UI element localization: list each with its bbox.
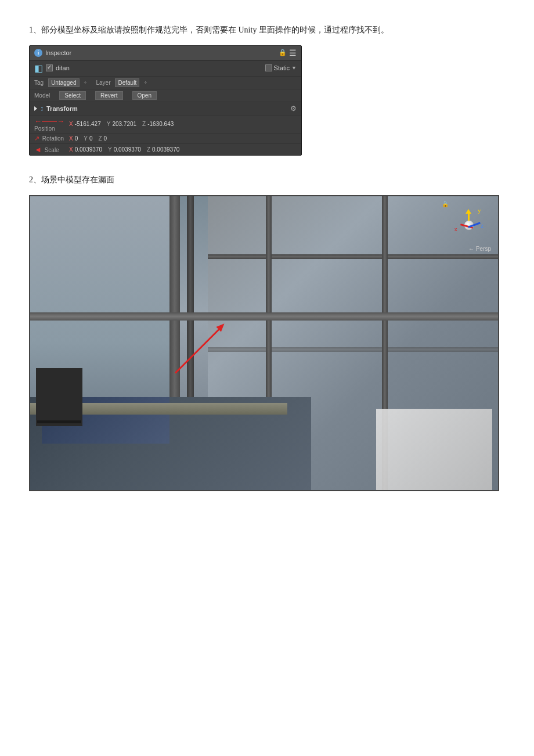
scale-annotation-arrow: ◄: [34, 145, 42, 154]
persp-label: ← Persp: [468, 246, 491, 252]
open-button[interactable]: Open: [132, 91, 157, 100]
white-object: [376, 409, 492, 490]
position-x-value: -5161.427: [75, 121, 101, 127]
inspector-header: i Inspector 🔒 ☰: [30, 46, 301, 60]
object-row: ◧ ditan Static ▼: [30, 60, 301, 77]
info-icon: i: [34, 49, 42, 57]
static-checkbox[interactable]: [265, 64, 272, 71]
inspector-title: Inspector: [45, 49, 71, 56]
lock-icon: 🔒: [279, 49, 287, 56]
layer-label: Layer: [96, 80, 110, 86]
transform-settings-icon[interactable]: ⚙: [290, 105, 297, 113]
scale-z-value: 0.0039370: [152, 146, 179, 153]
position-z: Z -1630.643: [142, 121, 174, 127]
select-button[interactable]: Select: [59, 91, 86, 100]
axis-x-label: x: [454, 226, 457, 232]
z-axis-label: Z: [142, 121, 146, 127]
scale-row: ◄ Scale X 0.0039370 Y 0.0039370 Z 0.0039…: [30, 144, 301, 155]
scene-lock-icon: 🔒: [442, 201, 449, 207]
position-z-value: -1630.643: [147, 121, 174, 127]
object-name: ditan: [56, 64, 70, 71]
rotation-x-value: 0: [75, 135, 78, 142]
x-axis-label: X: [69, 121, 73, 127]
tag-label: Tag: [34, 80, 44, 86]
transform-label: Transform: [46, 105, 78, 112]
sz-label: Z: [147, 146, 150, 153]
object-3d-icon: ◧: [34, 63, 43, 74]
ry-label: Y: [84, 135, 88, 142]
rotation-annotation-arrow: ↗: [34, 135, 39, 142]
model-row: Model Select Revert Open: [30, 89, 301, 102]
axis-z-label: z: [481, 223, 484, 229]
sy-label: Y: [108, 146, 112, 153]
rotation-y: Y 0: [84, 135, 92, 142]
scale-z: Z 0.0039370: [147, 146, 179, 153]
active-checkbox[interactable]: [46, 64, 53, 71]
inspector-header-right: 🔒 ☰: [279, 48, 297, 57]
rotation-z-value: 0: [104, 135, 107, 142]
section-2: 2、场景中模型存在漏面: [29, 173, 505, 491]
rotation-z: Z 0: [98, 135, 107, 142]
transform-left: ↕ Transform: [34, 105, 78, 113]
position-x: X -5161.427: [69, 121, 101, 127]
revert-button[interactable]: Revert: [95, 91, 122, 100]
rotation-label: ↗ Rotation: [34, 135, 69, 142]
h-frame-2: [208, 347, 498, 352]
inspector-header-left: i Inspector: [34, 49, 71, 57]
rotation-y-value: 0: [89, 135, 93, 142]
menu-icon[interactable]: ☰: [289, 48, 297, 57]
transform-icon: ↕: [40, 105, 44, 113]
axis-y-arrow: [466, 209, 471, 214]
axis-gizmo: y x z: [452, 208, 486, 243]
scale-label: ◄ Scale: [34, 145, 69, 154]
position-annotation-arrow: ←——→: [34, 117, 64, 125]
object-left: ◧ ditan: [34, 63, 70, 74]
section-1: 1、部分模型坐标及缩放请按照制作规范完毕，否则需要在 Unity 里面操作的时候…: [29, 23, 505, 156]
y-axis-label: Y: [107, 121, 111, 127]
scale-x-value: 0.0039370: [75, 146, 102, 153]
position-values: X -5161.427 Y 203.7201 Z -1630.643: [69, 121, 297, 127]
scale-x: X 0.0039370: [69, 146, 102, 153]
model-label: Model: [34, 92, 50, 99]
position-y-value: 203.7201: [112, 121, 136, 127]
fold-icon[interactable]: [34, 106, 37, 111]
inspector-panel: i Inspector 🔒 ☰ ◧ ditan Static ▼: [29, 45, 302, 156]
scale-values: X 0.0039370 Y 0.0039370 Z 0.0039370: [69, 146, 297, 153]
position-label: ←——→ Position: [34, 117, 69, 132]
transform-header: ↕ Transform ⚙: [30, 102, 301, 116]
scale-y: Y 0.0039370: [108, 146, 141, 153]
furniture-shelf: [37, 420, 81, 423]
rotation-values: X 0 Y 0 Z 0: [69, 135, 297, 142]
position-y: Y 203.7201: [107, 121, 136, 127]
window-frame-h1: [30, 312, 498, 321]
layer-dropdown-icon[interactable]: ÷: [144, 80, 147, 85]
axis-y-label: y: [478, 208, 481, 214]
section-2-title: 2、场景中模型存在漏面: [29, 173, 505, 187]
rotation-row: ↗ Rotation X 0 Y 0 Z 0: [30, 134, 301, 144]
scene-background: y x z 🔒 ← Persp: [30, 196, 498, 490]
rx-label: X: [69, 135, 73, 142]
sx-label: X: [69, 146, 73, 153]
static-label-group: Static ▼: [265, 64, 297, 71]
tag-value[interactable]: Untagged: [48, 78, 79, 87]
transform-right: ⚙: [290, 105, 297, 113]
tag-dropdown-icon[interactable]: ÷: [84, 80, 87, 85]
position-row: ←——→ Position X -5161.427 Y 203.7201 Z -…: [30, 116, 301, 134]
h-frame-1: [208, 254, 498, 259]
section-1-title: 1、部分模型坐标及缩放请按照制作规范完毕，否则需要在 Unity 里面操作的时候…: [29, 23, 505, 37]
rotation-x: X 0: [69, 135, 78, 142]
scene-view[interactable]: y x z 🔒 ← Persp: [29, 195, 499, 491]
tag-layer-row: Tag Untagged ÷ Layer Default ÷: [30, 77, 301, 89]
static-dropdown-icon[interactable]: ▼: [291, 65, 297, 71]
scale-y-value: 0.0039370: [114, 146, 141, 153]
dark-furniture: [36, 368, 82, 426]
layer-value[interactable]: Default: [115, 78, 139, 87]
static-text: Static: [274, 64, 290, 71]
rz-label: Z: [98, 135, 102, 142]
